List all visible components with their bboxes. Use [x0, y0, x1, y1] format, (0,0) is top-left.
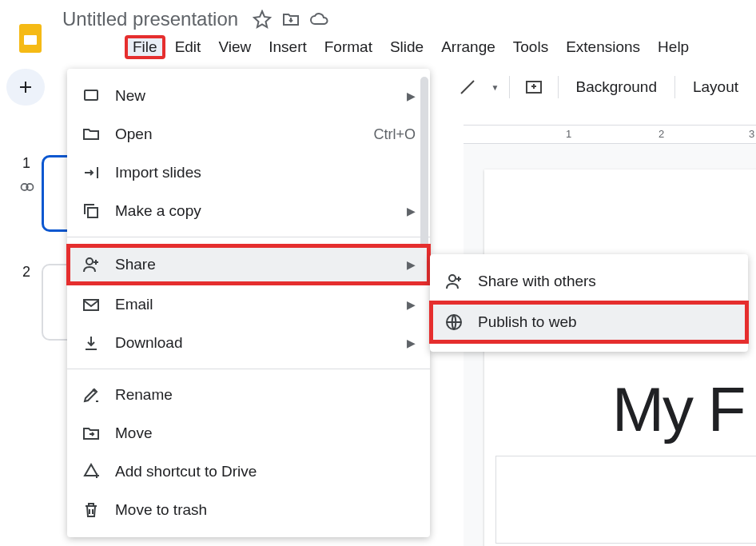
download-icon [82, 333, 101, 353]
share-person-icon [82, 255, 101, 274]
menu-extensions[interactable]: Extensions [558, 35, 648, 59]
menu-divider [67, 237, 430, 237]
layout-button[interactable]: Layout [682, 78, 750, 96]
thumb-number: 1 [22, 155, 30, 172]
slide-canvas[interactable]: My F [484, 169, 756, 546]
menu-rename[interactable]: Rename [67, 376, 430, 414]
menu-move-to-trash[interactable]: Move to trash [67, 491, 430, 529]
svg-rect-6 [88, 208, 97, 217]
submenu-arrow-icon: ▶ [407, 337, 416, 349]
menu-make-copy[interactable]: Make a copy ▶ [67, 192, 430, 230]
menubar: File Edit View Insert Format Slide Arran… [125, 32, 756, 64]
menu-help[interactable]: Help [650, 35, 697, 59]
linked-icon [19, 179, 35, 195]
submenu-publish-to-web[interactable]: Publish to web [429, 301, 749, 344]
menu-format[interactable]: Format [316, 35, 380, 59]
menu-open[interactable]: Open Ctrl+O [67, 115, 430, 153]
share-submenu: Share with others Publish to web [430, 254, 748, 352]
copy-icon [82, 201, 101, 221]
new-icon [82, 86, 101, 106]
menu-new[interactable]: New ▶ [67, 77, 430, 115]
rename-icon [82, 385, 101, 405]
svg-rect-1 [24, 35, 37, 45]
submenu-arrow-icon: ▶ [407, 205, 416, 217]
toolbar-separator [558, 76, 559, 98]
submenu-arrow-icon: ▶ [407, 258, 416, 271]
menu-import-slides[interactable]: Import slides [67, 153, 430, 192]
menu-slide[interactable]: Slide [382, 35, 432, 59]
move-folder-icon [82, 424, 101, 443]
horizontal-ruler: 1 2 3 [464, 125, 756, 144]
svg-point-7 [86, 258, 93, 265]
keyboard-shortcut: Ctrl+O [373, 126, 416, 143]
file-dropdown-menu: New ▶ Open Ctrl+O Import slides Make a c… [67, 69, 430, 537]
submenu-share-with-others[interactable]: Share with others [430, 262, 748, 301]
comment-button[interactable] [516, 73, 551, 102]
menu-edit[interactable]: Edit [167, 35, 209, 59]
submenu-arrow-icon: ▶ [407, 298, 416, 311]
move-to-folder-icon[interactable] [281, 10, 300, 29]
menu-email[interactable]: Email ▶ [67, 285, 430, 324]
slide-subtitle-box[interactable] [495, 456, 756, 544]
new-slide-button[interactable] [6, 69, 45, 106]
menu-download[interactable]: Download ▶ [67, 324, 430, 362]
svg-point-9 [449, 275, 456, 281]
document-title[interactable]: Untitled presentation [58, 6, 243, 32]
menu-share[interactable]: Share ▶ [66, 244, 431, 285]
globe-icon [444, 313, 464, 332]
line-tool-button[interactable] [450, 73, 485, 102]
submenu-arrow-icon: ▶ [407, 90, 416, 102]
share-person-icon [444, 272, 464, 291]
slides-logo[interactable] [13, 21, 48, 56]
drive-shortcut-icon [82, 462, 101, 481]
menu-divider [67, 369, 430, 369]
toolbar-separator [674, 76, 675, 98]
menu-move[interactable]: Move [67, 414, 430, 452]
line-tool-dropdown[interactable]: ▼ [487, 73, 503, 102]
thumb-number: 2 [22, 264, 30, 281]
import-icon [82, 163, 101, 182]
toolbar-separator [509, 76, 510, 98]
trash-icon [82, 500, 101, 520]
menu-file[interactable]: File [125, 35, 165, 59]
menu-tools[interactable]: Tools [505, 35, 556, 59]
email-icon [82, 295, 101, 314]
menu-arrange[interactable]: Arrange [433, 35, 503, 59]
star-icon[interactable] [253, 10, 272, 29]
menu-view[interactable]: View [210, 35, 259, 59]
menu-add-shortcut[interactable]: Add shortcut to Drive [67, 452, 430, 491]
cloud-status-icon[interactable] [310, 10, 329, 29]
slide-title-text[interactable]: My F [612, 373, 744, 446]
menu-insert[interactable]: Insert [261, 35, 315, 59]
svg-rect-5 [85, 90, 97, 100]
folder-icon [82, 125, 101, 144]
background-button[interactable]: Background [565, 78, 668, 96]
